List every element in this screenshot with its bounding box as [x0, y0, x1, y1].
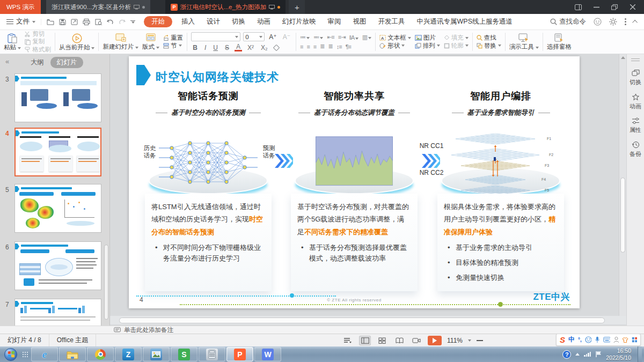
- picture-button[interactable]: 图片: [415, 35, 440, 41]
- skin-shirt-icon[interactable]: [622, 337, 628, 343]
- outline-button[interactable]: 轮廓: [444, 43, 469, 49]
- font-size-select[interactable]: 0: [243, 32, 265, 41]
- paste-button[interactable]: 粘贴: [4, 33, 21, 51]
- slide-thumbnail-7[interactable]: [14, 299, 101, 326]
- tab-design[interactable]: 设计: [201, 14, 226, 29]
- superscript-button[interactable]: X²: [246, 44, 255, 51]
- align-left-icon[interactable]: ≡: [300, 43, 303, 50]
- panel-handle-icon[interactable]: [631, 58, 640, 61]
- sogou-logo-icon[interactable]: S: [560, 335, 565, 344]
- distribute-icon[interactable]: ≣: [328, 43, 332, 50]
- tab-insert[interactable]: 插入: [175, 14, 201, 29]
- user-profile-icon[interactable]: [613, 336, 619, 343]
- strikethrough-button[interactable]: S: [223, 44, 231, 51]
- taskbar-explorer-button[interactable]: [59, 347, 86, 361]
- slide-thumbnail-3[interactable]: [14, 73, 101, 122]
- print-preview-icon[interactable]: [95, 19, 102, 25]
- document-tab-inactive[interactable]: 浙江联通900...方案-区县分析: [46, 0, 150, 14]
- sidebar-scrollbar[interactable]: [104, 245, 108, 320]
- slide-thumbnail-5[interactable]: [14, 184, 101, 233]
- emoji-icon[interactable]: [585, 336, 591, 343]
- line-spacing-icon[interactable]: ↕≡: [336, 43, 342, 50]
- gear-icon[interactable]: [609, 18, 617, 26]
- italic-button[interactable]: I: [203, 44, 208, 51]
- document-tab-active[interactable]: P 浙江电信时空认...e_热力图添加: [165, 0, 286, 14]
- scroll-up-icon[interactable]: [621, 56, 625, 59]
- tab-home[interactable]: 开始: [144, 16, 172, 27]
- align-center-icon[interactable]: ≡: [306, 43, 309, 50]
- bold-button[interactable]: B: [191, 44, 199, 51]
- print-icon[interactable]: [83, 19, 90, 25]
- column-traffic-prediction[interactable]: 智能话务预测 基于时空分布的话务预测 历史话务 预测话务: [145, 90, 272, 189]
- selection-pane-button[interactable]: 选择窗格: [547, 33, 572, 50]
- open-icon[interactable]: [47, 19, 54, 25]
- close-button[interactable]: [625, 1, 641, 13]
- taskbar-ie-button[interactable]: e: [31, 347, 58, 361]
- tab-review[interactable]: 审阅: [322, 14, 347, 29]
- toolbox-grid-icon[interactable]: [632, 337, 637, 343]
- taskbar-wps-sheets-button[interactable]: S: [171, 347, 197, 361]
- format-painter-button[interactable]: 格式刷: [25, 47, 51, 53]
- paragraph-settings-icon[interactable]: ¶≡: [346, 43, 351, 50]
- minimize-button[interactable]: [588, 1, 604, 13]
- slide-sorter-button[interactable]: [376, 336, 388, 345]
- fill-button[interactable]: 填充: [444, 35, 469, 41]
- columns-icon[interactable]: ▥: [362, 34, 371, 41]
- notes-bar[interactable]: 单击此处添加备注: [0, 326, 644, 334]
- new-slide-button[interactable]: 新建幻灯片: [103, 33, 138, 50]
- vertical-scrollbar[interactable]: [620, 178, 625, 253]
- increase-indent-icon[interactable]: ≡⇥: [338, 34, 346, 41]
- cut-button[interactable]: 剪切: [25, 31, 51, 38]
- zoom-level[interactable]: 111%: [447, 337, 463, 344]
- more-icon[interactable]: [625, 18, 626, 25]
- start-button[interactable]: [2, 348, 20, 361]
- panel-item-backup[interactable]: 备份: [630, 141, 641, 158]
- reset-button[interactable]: 重置: [163, 35, 183, 41]
- play-from-current-button[interactable]: 从当前开始: [59, 33, 95, 51]
- tab-animation[interactable]: 动画: [251, 14, 276, 29]
- decrease-indent-icon[interactable]: ⇤≡: [327, 34, 334, 41]
- tray-clock[interactable]: 16:50 2022/5/10: [606, 348, 633, 361]
- save-icon[interactable]: [59, 19, 66, 25]
- find-command[interactable]: 查找命令: [550, 17, 586, 26]
- theme-name[interactable]: Office 主题: [49, 334, 96, 346]
- app-menu-button[interactable]: WPS 演示: [0, 0, 41, 14]
- taskbar-chrome-button[interactable]: [87, 347, 114, 361]
- text-card-orchestration[interactable]: 根据具体业务需求，将体验要求高的用户主动导引到覆盖更好的小区，精准保障用户体验 …: [437, 194, 564, 291]
- layout-button[interactable]: 版式: [142, 33, 159, 50]
- slide-canvas[interactable]: 时空认知网络关键技术 智能话务预测 基于时空分布的话务预测 历史话务 预测话务: [129, 56, 580, 308]
- microphone-icon[interactable]: [595, 336, 599, 343]
- taskbar-calculator-button[interactable]: [199, 347, 225, 361]
- collapse-ribbon-icon[interactable]: [632, 20, 638, 25]
- projection-button[interactable]: [411, 336, 422, 345]
- taskbar-wps-presentation-button[interactable]: P: [226, 347, 253, 361]
- panel-item-transition[interactable]: 切换: [630, 69, 641, 86]
- ime-punctuation-toggle[interactable]: °,: [578, 337, 582, 343]
- file-menu-button[interactable]: 文件: [0, 17, 41, 26]
- tab-view[interactable]: 视图: [347, 14, 372, 29]
- collapse-panel-button[interactable]: «: [5, 57, 9, 65]
- new-tab-button[interactable]: +: [289, 0, 305, 14]
- panel-item-properties[interactable]: 属性: [630, 117, 641, 134]
- tray-help-icon[interactable]: ?: [562, 350, 571, 359]
- zoom-out-button[interactable]: [477, 340, 483, 341]
- ime-language-toggle[interactable]: 中: [568, 335, 575, 344]
- ime-flag-icon[interactable]: [595, 351, 602, 358]
- ime-toolbar[interactable]: S 中 °,: [556, 334, 641, 346]
- taskbar-wps-writer-button[interactable]: W: [254, 347, 281, 361]
- font-name-select[interactable]: [191, 32, 240, 41]
- keyboard-icon[interactable]: [603, 337, 610, 343]
- textbox-button[interactable]: A文本框: [379, 35, 411, 41]
- normal-view-button[interactable]: [359, 336, 371, 345]
- section-button[interactable]: 节: [163, 43, 183, 49]
- interface-mode-icon[interactable]: [570, 1, 586, 13]
- numbering-icon[interactable]: ≕: [313, 34, 323, 41]
- tab-transition[interactable]: 切换: [226, 14, 251, 29]
- shrink-font-button[interactable]: A⁻: [281, 33, 292, 41]
- undo-icon[interactable]: [107, 19, 114, 25]
- justify-icon[interactable]: ≣: [320, 43, 324, 50]
- font-color-button[interactable]: A: [235, 43, 242, 51]
- tab-slides[interactable]: 幻灯片: [50, 57, 84, 68]
- subscript-button[interactable]: X₂: [259, 44, 269, 51]
- tab-devtools[interactable]: 开发工具: [372, 14, 411, 29]
